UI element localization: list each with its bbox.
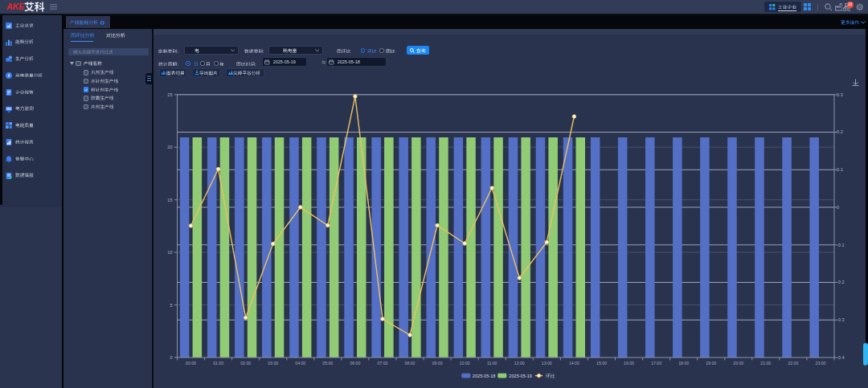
svg-text:5: 5 — [170, 303, 172, 308]
svg-text:0.1: 0.1 — [837, 167, 843, 172]
svg-text:-0.2: -0.2 — [837, 280, 845, 284]
svg-text:2025-05-19: 2025-05-19 — [509, 374, 532, 378]
svg-text:-0.4: -0.4 — [837, 355, 845, 360]
svg-text:16:00: 16:00 — [624, 361, 634, 366]
svg-text:10: 10 — [167, 250, 172, 255]
svg-text:20:00: 20:00 — [733, 361, 743, 366]
svg-text:05:00: 05:00 — [322, 361, 333, 366]
svg-text:08:00: 08:00 — [405, 361, 416, 366]
svg-text:0.2: 0.2 — [837, 129, 843, 134]
svg-text:19:00: 19:00 — [706, 361, 716, 366]
svg-text:18:00: 18:00 — [678, 361, 689, 366]
svg-text:11:00: 11:00 — [487, 361, 497, 366]
svg-text:0: 0 — [837, 205, 839, 210]
svg-text:10:00: 10:00 — [460, 361, 470, 366]
svg-text:03:00: 03:00 — [268, 361, 278, 366]
svg-text:13:00: 13:00 — [542, 361, 552, 366]
svg-text:2025-05-18: 2025-05-18 — [473, 374, 496, 378]
svg-text:17:00: 17:00 — [651, 361, 661, 366]
svg-text:21:00: 21:00 — [760, 361, 771, 366]
svg-text:15:00: 15:00 — [596, 361, 607, 366]
svg-text:07:00: 07:00 — [378, 361, 388, 366]
svg-text:14:00: 14:00 — [569, 361, 579, 366]
svg-text:0.3: 0.3 — [837, 92, 843, 97]
svg-text:06:00: 06:00 — [350, 361, 360, 366]
svg-text:04:00: 04:00 — [295, 361, 305, 366]
svg-text:-0.1: -0.1 — [837, 243, 845, 247]
svg-text:25: 25 — [167, 92, 172, 97]
svg-text:20: 20 — [167, 145, 172, 149]
svg-text:00:00: 00:00 — [186, 361, 196, 366]
svg-text:23:00: 23:00 — [816, 361, 826, 366]
svg-text:09:00: 09:00 — [432, 361, 443, 366]
svg-text:-0.3: -0.3 — [837, 317, 845, 322]
svg-text:02:00: 02:00 — [240, 361, 251, 366]
svg-text:15: 15 — [167, 198, 172, 202]
svg-text:0: 0 — [170, 355, 172, 360]
svg-text:12:00: 12:00 — [514, 361, 525, 366]
svg-text:22:00: 22:00 — [788, 361, 798, 366]
svg-text:01:00: 01:00 — [213, 361, 223, 366]
